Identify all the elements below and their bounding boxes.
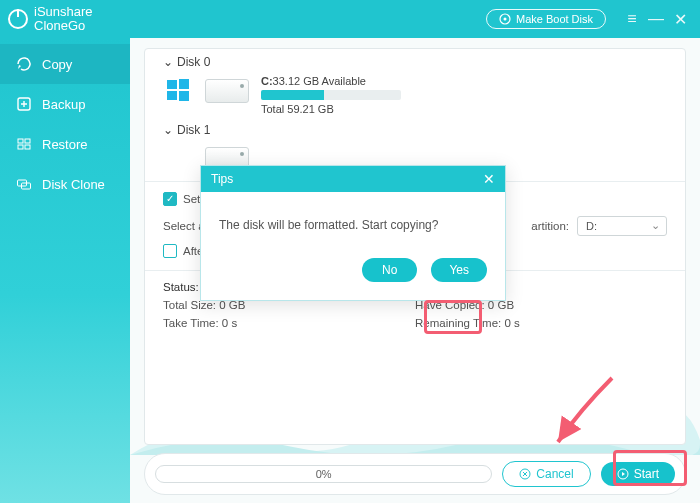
disk-1-header[interactable]: ⌄ Disk 1 xyxy=(163,123,667,137)
partition-combo[interactable]: D: xyxy=(577,216,667,236)
sidebar-label: Copy xyxy=(42,57,72,72)
progress-label: 0% xyxy=(316,468,332,480)
select-label: Select a xyxy=(163,220,205,232)
logo-icon xyxy=(8,9,28,29)
minimize-button[interactable]: — xyxy=(644,10,668,28)
partition-info: C:33.12 GB Available Total 59.21 GB xyxy=(261,75,401,115)
disk-0-section: ⌄ Disk 0 C:33.12 GB Available Total 59.2… xyxy=(145,49,685,117)
windows-icon xyxy=(163,75,193,105)
chevron-down-icon: ⌄ xyxy=(163,123,173,137)
app-logo: iSunshare CloneGo xyxy=(8,5,93,33)
svg-rect-5 xyxy=(18,145,23,149)
app-subname: CloneGo xyxy=(34,19,93,33)
svg-rect-6 xyxy=(25,145,30,149)
dialog-message: The disk will be formatted. Start copyin… xyxy=(201,192,505,242)
svg-rect-11 xyxy=(167,91,177,100)
footer-bar: 0% Cancel Start xyxy=(144,453,686,495)
menu-button[interactable]: ≡ xyxy=(620,10,644,28)
usage-bar xyxy=(261,90,401,100)
svg-rect-9 xyxy=(167,80,177,89)
svg-rect-10 xyxy=(179,79,189,89)
dialog-close-button[interactable]: ✕ xyxy=(483,171,495,187)
backup-icon xyxy=(16,96,32,112)
title-bar: iSunshare CloneGo Make Boot Disk ≡ — ✕ xyxy=(0,0,700,38)
drive-icon xyxy=(205,79,249,103)
disk-0-header[interactable]: ⌄ Disk 0 xyxy=(163,55,667,69)
app-name: iSunshare xyxy=(34,5,93,19)
partition-label: artition: xyxy=(531,220,569,232)
disk-0-partition[interactable]: C:33.12 GB Available Total 59.21 GB xyxy=(163,75,667,115)
play-icon xyxy=(617,468,629,480)
sidebar-label: Backup xyxy=(42,97,85,112)
sidebar-item-disk-clone[interactable]: Disk Clone xyxy=(0,164,130,204)
svg-rect-3 xyxy=(18,139,23,143)
disc-icon xyxy=(499,13,511,25)
clone-icon xyxy=(16,176,32,192)
dialog-no-button[interactable]: No xyxy=(362,258,417,282)
checkbox-icon xyxy=(163,244,177,258)
status-remain: Remaining Time: 0 s xyxy=(415,317,667,329)
copy-icon xyxy=(16,56,32,72)
chevron-down-icon: ⌄ xyxy=(163,55,173,69)
make-boot-disk-button[interactable]: Make Boot Disk xyxy=(486,9,606,29)
sidebar-item-backup[interactable]: Backup xyxy=(0,84,130,124)
sidebar: Copy Backup Restore Disk Clone xyxy=(0,38,130,503)
svg-point-1 xyxy=(503,18,506,21)
status-take: Take Time: 0 s xyxy=(163,317,415,329)
restore-icon xyxy=(16,136,32,152)
cancel-icon xyxy=(519,468,531,480)
tips-dialog: Tips ✕ The disk will be formatted. Start… xyxy=(200,165,506,301)
close-button[interactable]: ✕ xyxy=(668,10,692,29)
sidebar-item-restore[interactable]: Restore xyxy=(0,124,130,164)
checkbox-icon xyxy=(163,192,177,206)
cancel-button[interactable]: Cancel xyxy=(502,461,590,487)
dialog-title: Tips xyxy=(211,172,233,186)
sidebar-item-copy[interactable]: Copy xyxy=(0,44,130,84)
svg-rect-12 xyxy=(179,91,189,101)
dialog-yes-button[interactable]: Yes xyxy=(431,258,487,282)
progress-bar: 0% xyxy=(155,465,492,483)
sidebar-label: Disk Clone xyxy=(42,177,105,192)
svg-rect-4 xyxy=(25,139,30,143)
start-button[interactable]: Start xyxy=(601,462,675,486)
sidebar-label: Restore xyxy=(42,137,88,152)
dialog-header: Tips ✕ xyxy=(201,166,505,192)
